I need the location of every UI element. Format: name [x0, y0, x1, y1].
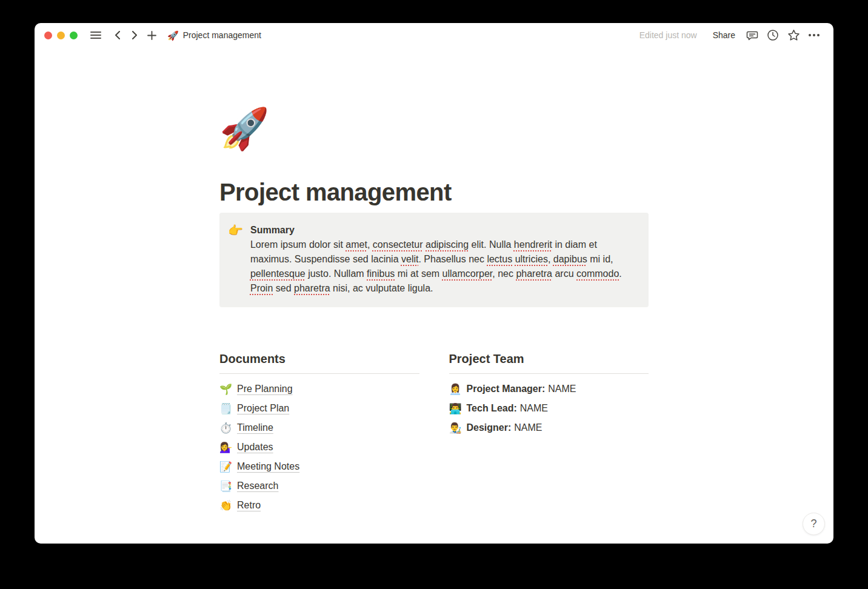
callout-text-segment: Proin [250, 283, 273, 293]
callout-text-segment: commodo [576, 268, 619, 279]
callout-heading: Summary [250, 223, 632, 238]
document-link-row[interactable]: 🗒️Project Plan [219, 399, 419, 418]
callout-text-segment: lectus [487, 254, 512, 264]
breadcrumb[interactable]: 🚀 Project management [167, 30, 261, 40]
team-member-name: NAME [548, 384, 576, 394]
callout-text-segment: nisi, ac vulputate ligula. [330, 283, 433, 293]
team-divider [449, 373, 649, 374]
team-member-text: Designer:NAME [467, 422, 542, 433]
team-member-role: Designer: [467, 422, 512, 433]
callout-body: Summary Lorem ipsum dolor sit amet, cons… [250, 223, 632, 296]
titlebar-actions: Edited just now Share [639, 27, 823, 44]
more-options-button[interactable] [806, 27, 823, 44]
sidebar-toggle-button[interactable] [87, 27, 104, 44]
callout-text-segment: ullamcorper [442, 268, 493, 279]
callout-text-segment: Lorem ipsum dolor sit [250, 239, 346, 250]
comment-bubble-icon [746, 29, 758, 41]
team-member-name: NAME [520, 403, 548, 413]
callout-text-segment: finibus [367, 268, 395, 279]
team-member-emoji-icon: 👨‍🎨 [449, 423, 461, 433]
team-member-text: Project Manager:NAME [467, 384, 576, 394]
page-title[interactable]: Project management [219, 178, 649, 207]
page-emoji-icon: 🚀 [167, 31, 179, 40]
document-page-link[interactable]: Project Plan [237, 403, 289, 414]
callout-text-segment: dapibus [553, 254, 587, 264]
document-emoji-icon: 💁‍♀️ [219, 442, 232, 453]
document-emoji-icon: 👏 [219, 501, 232, 511]
callout-text-segment: , [367, 239, 373, 250]
callout-text-segment: arcu [552, 268, 576, 279]
callout-text-segment: elit. Nulla [469, 239, 514, 250]
close-window-button[interactable] [44, 32, 52, 39]
team-column: Project Team 👩‍💼Project Manager:NAME👨‍💻T… [449, 351, 649, 515]
project-team-heading: Project Team [449, 351, 649, 367]
callout-text-segment: amet [346, 239, 367, 250]
documents-heading: Documents [219, 351, 419, 367]
callout-paragraph: Lorem ipsum dolor sit amet, consectetur … [250, 238, 632, 296]
team-member-emoji-icon: 👩‍💼 [449, 384, 461, 394]
team-list: 👩‍💼Project Manager:NAME👨‍💻Tech Lead:NAME… [449, 379, 649, 438]
document-page-link[interactable]: Meeting Notes [237, 461, 299, 472]
documents-list: 🌱Pre Planning🗒️Project Plan⏱️Timeline💁‍♀… [219, 379, 419, 515]
clock-icon [767, 29, 779, 41]
two-column-section: Documents 🌱Pre Planning🗒️Project Plan⏱️T… [219, 351, 649, 515]
team-member-row: 👨‍🎨Designer:NAME [449, 418, 649, 438]
document-page-link[interactable]: Research [237, 481, 278, 491]
callout-text-segment: hendrerit [514, 239, 552, 250]
traffic-lights [44, 32, 78, 39]
document-page-link[interactable]: Updates [237, 442, 273, 453]
history-button[interactable] [764, 27, 781, 44]
document-link-row[interactable]: 📑Research [219, 476, 419, 496]
ellipsis-icon [808, 33, 820, 37]
callout-text-segment: , nec [492, 268, 516, 279]
callout-text-segment: sed [273, 283, 294, 293]
document-emoji-icon: 📝 [219, 462, 232, 472]
document-link-row[interactable]: 🌱Pre Planning [219, 379, 419, 399]
callout-text-segment: justo. Nullam [305, 268, 367, 279]
forward-button[interactable] [126, 27, 143, 44]
minimize-window-button[interactable] [57, 32, 65, 39]
callout-text-segment: adipiscing [426, 239, 469, 250]
edited-timestamp: Edited just now [639, 30, 697, 40]
callout-text-segment: mi id, [587, 254, 613, 264]
callout-text-segment: ultricies [515, 254, 548, 264]
help-button[interactable]: ? [803, 513, 825, 535]
callout-text-segment: velit [401, 254, 418, 264]
team-member-role: Tech Lead: [467, 403, 517, 413]
comments-button[interactable] [744, 27, 761, 44]
callout-text-segment: pellentesque [250, 268, 305, 279]
callout-text-segment: consectetur [373, 239, 423, 250]
chevron-right-icon [131, 31, 138, 39]
breadcrumb-page-title: Project management [183, 30, 261, 40]
callout-text-segment: , [548, 254, 553, 264]
hamburger-icon [90, 31, 101, 39]
star-icon [787, 29, 800, 41]
titlebar: 🚀 Project management Edited just now Sha… [35, 23, 833, 47]
back-button[interactable] [109, 27, 126, 44]
callout-text-segment: . [619, 268, 621, 279]
document-emoji-icon: 📑 [219, 481, 232, 491]
team-member-text: Tech Lead:NAME [467, 403, 549, 414]
page-icon-rocket[interactable]: 🚀 [219, 105, 268, 152]
document-emoji-icon: 🗒️ [219, 404, 232, 414]
document-link-row[interactable]: 👏Retro [219, 496, 419, 515]
favorite-button[interactable] [785, 27, 802, 44]
document-link-row[interactable]: 📝Meeting Notes [219, 457, 419, 476]
document-link-row[interactable]: ⏱️Timeline [219, 418, 419, 438]
callout-text-segment: mi at sem [395, 268, 442, 279]
team-member-emoji-icon: 👨‍💻 [449, 404, 461, 414]
team-member-name: NAME [514, 422, 542, 433]
team-member-row: 👨‍💻Tech Lead:NAME [449, 399, 649, 418]
callout-text-segment: . Phasellus nec [418, 254, 487, 264]
team-member-row: 👩‍💼Project Manager:NAME [449, 379, 649, 399]
document-page-link[interactable]: Timeline [237, 422, 273, 433]
document-page-link[interactable]: Pre Planning [237, 384, 293, 394]
document-page-link[interactable]: Retro [237, 500, 261, 511]
zoom-window-button[interactable] [70, 32, 78, 39]
documents-divider [219, 373, 419, 374]
share-button[interactable]: Share [708, 28, 740, 42]
document-emoji-icon: ⏱️ [219, 423, 232, 433]
page-content: 🚀 Project management 👉 Summary Lorem ips… [35, 47, 833, 544]
new-page-button[interactable] [143, 27, 160, 44]
document-link-row[interactable]: 💁‍♀️Updates [219, 438, 419, 457]
